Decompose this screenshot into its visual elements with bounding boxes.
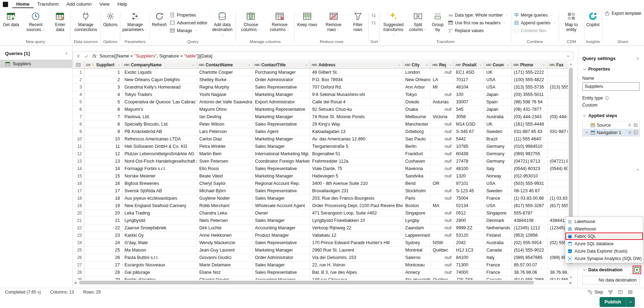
scroll-left-icon[interactable]: ◀	[73, 280, 78, 285]
step-button[interactable]: Step	[588, 290, 603, 295]
table-row[interactable]: 1717Svensk Sjöföda ABMichael BjörnSales …	[73, 187, 568, 195]
table-row[interactable]: 2525Ma MaisonJean-Guy LaurentMarketing M…	[73, 247, 568, 254]
filter-chevron-icon[interactable]	[425, 63, 429, 67]
replace-values-button[interactable]: abacReplace values	[446, 27, 510, 34]
suggested-transforms-button[interactable]: Suggested transforms	[381, 10, 406, 39]
query-item-suppliers[interactable]: Suppliers	[0, 60, 72, 68]
publish-dropdown-icon[interactable]	[626, 297, 635, 307]
manage-connections-button[interactable]: Manage connections	[72, 10, 100, 39]
refresh-button[interactable]: Refresh	[151, 10, 168, 39]
destination-option-lakehouse[interactable]: Lakehouse	[565, 218, 643, 225]
sort-descending-button[interactable]	[369, 19, 378, 26]
scroll-down-icon[interactable]: ▼	[568, 275, 573, 280]
collapse-ribbon-button[interactable]	[635, 35, 640, 306]
table-row[interactable]: 1818Aux joyeux ecclésiastiquesGuylène No…	[73, 195, 568, 202]
table-row[interactable]: 11Exotic LiquidsCharlotte CooperPurchasi…	[73, 69, 568, 76]
keep-rows-button[interactable]: Keep rows	[296, 10, 319, 39]
filter-chevron-icon[interactable]	[304, 63, 308, 67]
options-button[interactable]: Options	[102, 10, 119, 39]
choose-columns-button[interactable]: Choose columns	[237, 10, 265, 39]
manage-parameters-button[interactable]: Manage parameters	[121, 10, 149, 39]
merge-queries-button[interactable]: Merge queries	[512, 12, 558, 18]
table-row[interactable]: 2222Zaanse SnoepfabriekDirk LuchteAccoun…	[73, 224, 568, 232]
advanced-editor-button[interactable]: Advanced editor	[168, 19, 209, 26]
column-header-postalcode[interactable]: ABCPostalCode	[454, 61, 484, 68]
table-row[interactable]: 33Grandma Kelly's HomesteadRegina Murphy…	[73, 84, 568, 91]
remove-rows-button[interactable]: Remove rows	[319, 10, 348, 39]
table-row[interactable]: 2929Forêts d'érablesChantal GouletAccoun…	[73, 276, 568, 280]
split-column-button[interactable]: Split column	[407, 10, 430, 39]
combine-files-button[interactable]: Combine files	[512, 27, 558, 34]
table-row[interactable]: 44Tokyo TradersYoshi NagaseMarketing Man…	[73, 91, 568, 98]
collapse-queries-panel-icon[interactable]	[65, 52, 69, 56]
table-row[interactable]: 2828Gai pâturageEliane NozSales Represen…	[73, 269, 568, 276]
column-header-city[interactable]: ABCCity	[403, 61, 431, 68]
append-queries-button[interactable]: Append queries	[512, 19, 558, 26]
table-row[interactable]: 2424G'day, MateWendy MackenzieSales Repr…	[73, 239, 568, 247]
horizontal-scrollbar[interactable]: ◀ ▶	[73, 280, 573, 285]
column-header-supplierid[interactable]: 123SupplierID	[84, 61, 122, 68]
use-first-row-as-headers-button[interactable]: Use first row as headers	[446, 19, 510, 26]
column-header-contacttitle[interactable]: ABCContactTitle	[253, 61, 310, 68]
group-by-button[interactable]: Group by	[430, 10, 446, 39]
menu-tab-home[interactable]: Home	[12, 0, 34, 8]
destination-option-azure-data-explorer-kusto[interactable]: Azure Data Explorer (Kusto)	[565, 247, 643, 255]
column-header-country[interactable]: ABCCountry	[484, 61, 512, 68]
table-row[interactable]: 1515Norske MeierierBeate VileidMarketing…	[73, 173, 568, 180]
table-row[interactable]: 77Pavlova, Ltd.Ian DevlingMarketing Mana…	[73, 113, 568, 121]
horizontal-scrollbar-thumb[interactable]	[79, 281, 534, 284]
table-row[interactable]: 2323Karkki OyAnne HeikkonenProduct Manag…	[73, 232, 568, 239]
menu-tab-view[interactable]: View	[96, 0, 114, 8]
map-to-entity-button[interactable]: Map to entity	[559, 10, 583, 39]
filter-rows-button[interactable]: Filter rows	[348, 10, 368, 39]
table-row[interactable]: 55Cooperativa de Quesos 'Las Cabras'Anto…	[73, 98, 568, 106]
filter-chevron-icon[interactable]	[192, 63, 195, 67]
table-row[interactable]: 2727Escargots NouveauxMarie DelamareSale…	[73, 261, 568, 269]
column-header-fax[interactable]: ABCFax	[548, 61, 568, 68]
column-header-contactname[interactable]: ABCContactName	[197, 61, 253, 68]
confirm-formula-icon[interactable]	[84, 54, 89, 59]
scroll-right-icon[interactable]: ▶	[568, 280, 573, 285]
destination-option-azure-synapse-analytics-sql-dw[interactable]: Azure Synapse Analytics (SQL DW)	[565, 255, 643, 262]
properties-button[interactable]: Properties	[168, 12, 209, 18]
filter-chevron-icon[interactable]	[247, 63, 251, 67]
column-header-address[interactable]: ABCAddress	[310, 61, 403, 68]
table-row[interactable]: 1111Heli Süßwaren GmbH & Co. KGPetra Win…	[73, 143, 568, 150]
sort-ascending-button[interactable]	[369, 12, 378, 18]
menu-tab-transform[interactable]: Transform	[34, 0, 63, 8]
table-row[interactable]: 2020Leka TradingChandra LekaOwner471 Ser…	[73, 210, 568, 217]
gear-icon[interactable]	[627, 123, 632, 127]
table-row[interactable]: 1414Formaggi Fortini s.r.l.Elio RossiSal…	[73, 165, 568, 173]
table-row[interactable]: 22New Orleans Cajun DelightsShelley Burk…	[73, 76, 568, 84]
table-row[interactable]: 1010Refrescos Americanas LTDACarlos Diaz…	[73, 135, 568, 143]
filter-chevron-icon[interactable]	[542, 63, 546, 67]
table-row[interactable]: 1919New England Seafood CanneryRobb Merc…	[73, 202, 568, 210]
formula-input[interactable]: Source{[Name = "Suppliers", Signature = …	[99, 53, 563, 59]
destination-option-azure-sql-database[interactable]: Azure SQL database	[565, 240, 643, 247]
table-view-icon[interactable]	[628, 290, 633, 295]
table-row[interactable]: 99PB Knäckebröd ABLars PetersonSales Age…	[73, 128, 568, 135]
recent-sources-button[interactable]: Recent sources	[22, 10, 50, 39]
properties-section-header[interactable]: Properties	[582, 67, 640, 72]
table-row[interactable]: 88Specialty Biscuits, Ltd.Peter WilsonSa…	[73, 121, 568, 128]
applied-step-source[interactable]: Source	[583, 121, 639, 129]
remove-columns-button[interactable]: Remove columns	[266, 10, 294, 39]
table-row[interactable]: 66Mayumi'sMayumi OhnoMarketing Represent…	[73, 106, 568, 113]
filter-chevron-icon[interactable]	[397, 63, 401, 67]
get-data-button[interactable]: Get data	[1, 10, 21, 39]
destination-option-warehouse[interactable]: Warehouse	[565, 225, 643, 232]
schema-view-icon[interactable]	[618, 290, 623, 295]
query-name-input[interactable]	[582, 82, 640, 91]
table-row[interactable]: 1212Plutzer Lebensmittelgroßmärkte AGMar…	[73, 150, 568, 158]
data-type-whole-number-button[interactable]: 123Data type: Whole number	[446, 12, 510, 18]
publish-button[interactable]: Publish	[600, 297, 635, 307]
copilot-button[interactable]: Copilot	[585, 10, 601, 39]
add-data-destination-button[interactable]: Add data destination	[209, 10, 235, 39]
table-row[interactable]: 2121LyngbysildNiels PetersenSales Manage…	[73, 217, 568, 224]
export-template-button[interactable]: Export template	[603, 10, 643, 17]
expand-formula-bar-icon[interactable]	[566, 54, 570, 58]
filter-chevron-icon[interactable]	[117, 63, 121, 67]
destination-option-fabric-sql[interactable]: Fabric SQL	[565, 232, 643, 240]
applied-steps-section-header[interactable]: Applied steps	[582, 113, 640, 118]
menu-tab-help[interactable]: Help	[114, 0, 131, 8]
